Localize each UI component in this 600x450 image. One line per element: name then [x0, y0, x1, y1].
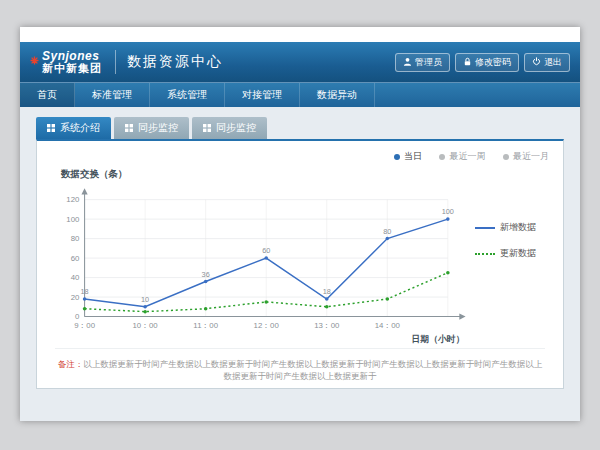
solid-line-icon	[475, 227, 495, 229]
svg-text:13：00: 13：00	[314, 321, 340, 330]
grid-icon	[203, 123, 211, 134]
chart-row: 0204060801001209：0010：0011：0012：0013：001…	[37, 185, 563, 344]
filter-label: 最近一月	[513, 151, 549, 161]
user-icon	[403, 57, 412, 68]
series-label: 更新数据	[500, 247, 536, 260]
svg-text:100: 100	[66, 215, 80, 224]
dot-icon	[439, 154, 445, 160]
nav-item-home[interactable]: 首页	[20, 83, 75, 107]
svg-text:80: 80	[383, 227, 391, 236]
dot-icon	[394, 154, 400, 160]
svg-text:10: 10	[141, 295, 149, 304]
svg-text:40: 40	[71, 273, 80, 282]
svg-text:10：00: 10：00	[133, 321, 159, 330]
filter-today[interactable]: 当日	[394, 151, 422, 161]
app-window: Synjones 新中新集团 数据资源中心 管理员 修改密码 退出 首页 标准管…	[20, 27, 580, 421]
line-chart: 0204060801001209：0010：0011：0012：0013：001…	[47, 185, 475, 344]
svg-text:日期（小时）: 日期（小时）	[411, 334, 464, 344]
lock-icon	[463, 57, 472, 68]
series-label: 新增数据	[500, 221, 536, 234]
filter-last-week[interactable]: 最近一周	[439, 151, 485, 161]
svg-text:60: 60	[262, 246, 270, 255]
svg-text:36: 36	[202, 270, 210, 279]
main-nav: 首页 标准管理 系统管理 对接管理 数据异动	[20, 82, 580, 107]
chart-series-legend: 新增数据 更新数据	[475, 185, 559, 273]
svg-text:12：00: 12：00	[254, 321, 280, 330]
tab-sync-monitor-2[interactable]: 同步监控	[192, 117, 267, 139]
user-button[interactable]: 管理员	[395, 53, 450, 72]
svg-text:14：00: 14：00	[375, 321, 401, 330]
tab-label: 同步监控	[138, 121, 178, 135]
nav-item-standard-mgmt[interactable]: 标准管理	[75, 83, 150, 107]
change-password-label: 修改密码	[475, 56, 511, 69]
svg-text:0: 0	[75, 312, 80, 321]
nav-item-connect-mgmt[interactable]: 对接管理	[225, 83, 300, 107]
chart-range-filters: 当日 最近一周 最近一月	[379, 150, 549, 163]
svg-text:18: 18	[323, 287, 331, 296]
legend-item-new-data[interactable]: 新增数据	[475, 221, 559, 234]
change-password-button[interactable]: 修改密码	[455, 53, 519, 72]
page-title: 数据资源中心	[127, 53, 223, 71]
app-header: Synjones 新中新集团 数据资源中心 管理员 修改密码 退出	[20, 42, 580, 82]
svg-text:100: 100	[442, 207, 454, 216]
grid-icon	[47, 123, 55, 134]
nav-item-system-mgmt[interactable]: 系统管理	[150, 83, 225, 107]
tab-label: 系统介绍	[60, 121, 100, 135]
logo-star-icon	[30, 51, 39, 60]
svg-text:80: 80	[71, 234, 80, 243]
grid-icon	[125, 123, 133, 134]
filter-label: 当日	[404, 151, 422, 161]
footnote: 备注：以上数据更新于时间产生数据以上数据更新于时间产生数据以上数据更新于时间产生…	[55, 348, 545, 384]
filter-last-month[interactable]: 最近一月	[503, 151, 549, 161]
logo-text: Synjones 新中新集团	[42, 50, 102, 74]
header-actions: 管理员 修改密码 退出	[395, 53, 570, 72]
tab-bar: 系统介绍 同步监控 同步监控	[36, 117, 564, 139]
logout-label: 退出	[544, 56, 562, 69]
svg-text:18: 18	[81, 287, 89, 296]
tab-system-intro[interactable]: 系统介绍	[36, 117, 111, 139]
tab-label: 同步监控	[216, 121, 256, 135]
dot-icon	[503, 154, 509, 160]
svg-text:120: 120	[66, 195, 80, 204]
chart-y-axis-title: 数据交换（条）	[37, 141, 563, 185]
logo-en: Synjones	[42, 50, 102, 63]
header-divider	[115, 50, 116, 74]
svg-text:20: 20	[71, 293, 80, 302]
svg-text:9：00: 9：00	[74, 321, 96, 330]
filter-label: 最近一周	[449, 151, 485, 161]
svg-text:11：00: 11：00	[193, 321, 218, 330]
power-icon	[532, 57, 541, 68]
legend-item-update-data[interactable]: 更新数据	[475, 247, 559, 260]
logout-button[interactable]: 退出	[524, 53, 570, 72]
window-top-strip	[20, 27, 580, 42]
dotted-line-icon	[475, 253, 495, 255]
logo-cn: 新中新集团	[42, 63, 102, 75]
chart-panel: 当日 最近一周 最近一月 数据交换（条） 0204060801001209：00…	[36, 139, 564, 389]
footnote-text: 以上数据更新于时间产生数据以上数据更新于时间产生数据以上数据更新于时间产生数据以…	[83, 359, 542, 382]
svg-text:60: 60	[71, 254, 80, 263]
footnote-label: 备注：	[58, 359, 84, 369]
tab-sync-monitor-1[interactable]: 同步监控	[114, 117, 189, 139]
content-area: 系统介绍 同步监控 同步监控 当日 最近一周 最近一月 数据交换（条） 0204…	[20, 107, 580, 421]
nav-item-data-change[interactable]: 数据异动	[300, 83, 375, 107]
user-button-label: 管理员	[415, 56, 442, 69]
logo: Synjones 新中新集团	[30, 50, 102, 74]
